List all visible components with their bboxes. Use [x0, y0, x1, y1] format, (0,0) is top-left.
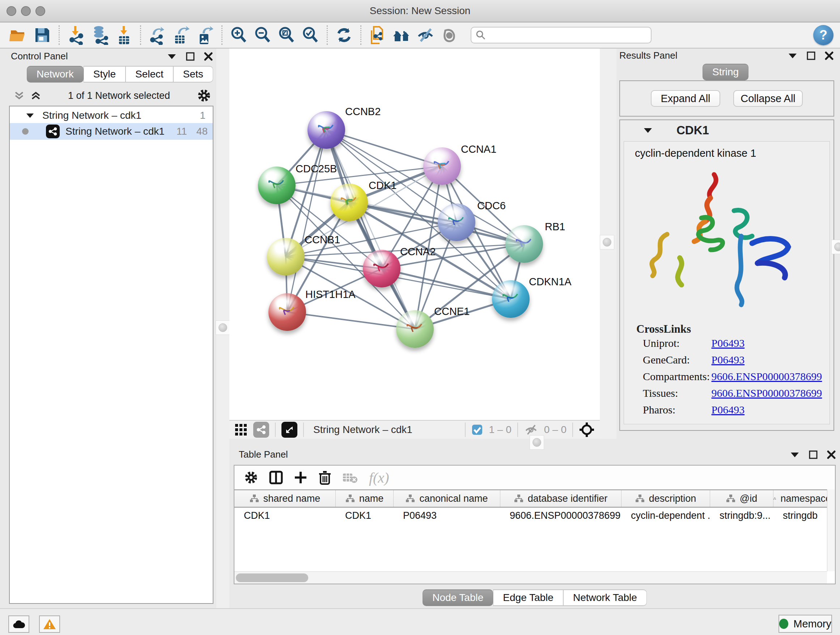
- network-node-rb1[interactable]: [505, 225, 543, 263]
- scrollbar-thumb[interactable]: [236, 573, 308, 582]
- export-table-button[interactable]: [169, 24, 193, 46]
- network-node-ccna2[interactable]: [363, 250, 401, 287]
- panel-float-icon[interactable]: [809, 450, 818, 459]
- birds-eye-view-button[interactable]: [281, 422, 297, 438]
- delete-table-icon[interactable]: [342, 471, 358, 484]
- zoom-selected-button[interactable]: [298, 24, 322, 46]
- panel-close-icon[interactable]: [204, 52, 213, 61]
- open-session-button[interactable]: [6, 24, 30, 46]
- crosslink-link[interactable]: P06493: [712, 337, 745, 349]
- expand-all-icon[interactable]: [30, 90, 41, 101]
- protein-expander-icon[interactable]: [643, 127, 653, 134]
- add-column-icon[interactable]: [294, 470, 308, 485]
- expand-all-button[interactable]: Expand All: [651, 90, 720, 107]
- network-node-cdkn1a[interactable]: [492, 280, 530, 318]
- table-cell[interactable]: stringdb: [774, 510, 827, 521]
- network-node-ccne1[interactable]: [396, 310, 434, 348]
- table-horizontal-scrollbar[interactable]: [234, 571, 827, 584]
- tab-style[interactable]: Style: [84, 66, 126, 82]
- table-cell[interactable]: 9606.ENSP00000378699: [500, 510, 622, 521]
- export-image-button[interactable]: [193, 24, 217, 46]
- tab-edge-table[interactable]: Edge Table: [493, 589, 563, 606]
- search-input[interactable]: [486, 28, 647, 42]
- collapse-all-icon[interactable]: [14, 90, 25, 101]
- hidden-eye-slash-icon[interactable]: [524, 424, 538, 436]
- tab-string-results[interactable]: String: [703, 64, 748, 80]
- network-node-cdc25b[interactable]: [258, 166, 295, 204]
- network-node-ccnb2[interactable]: [308, 111, 345, 149]
- network-node-ccna1[interactable]: [423, 147, 461, 185]
- table-cell[interactable]: CDK1: [234, 510, 336, 521]
- panel-float-icon[interactable]: [186, 52, 195, 61]
- tab-sets[interactable]: Sets: [173, 66, 213, 82]
- import-database-button[interactable]: [88, 24, 112, 46]
- network-node-cdc6[interactable]: [438, 203, 475, 241]
- options-gear-icon[interactable]: [197, 88, 211, 103]
- zoom-fit-button[interactable]: [275, 24, 298, 46]
- network-share-icon[interactable]: [253, 422, 269, 438]
- table-vertical-scrollbar[interactable]: [827, 489, 835, 571]
- panel-menu-icon[interactable]: [167, 53, 177, 60]
- column-header-description[interactable]: description: [622, 490, 710, 507]
- selected-checkbox-icon[interactable]: [471, 424, 483, 435]
- import-table-button[interactable]: [112, 24, 136, 46]
- crosslink-link[interactable]: P06493: [712, 354, 745, 366]
- tab-network-table[interactable]: Network Table: [563, 589, 647, 606]
- column-header-shared-name[interactable]: shared name: [234, 490, 336, 507]
- string-home-button[interactable]: [390, 24, 414, 46]
- column-header-name[interactable]: name: [336, 490, 393, 507]
- table-row[interactable]: CDK1CDK1P064939606.ENSP00000378699cyclin…: [234, 508, 827, 524]
- crosshair-icon[interactable]: [579, 422, 595, 438]
- import-network-button[interactable]: [64, 24, 88, 46]
- zoom-in-button[interactable]: [227, 24, 251, 46]
- tree-expander-icon[interactable]: [26, 112, 34, 119]
- panel-menu-icon[interactable]: [788, 52, 797, 59]
- memory-button[interactable]: Memory: [778, 615, 832, 633]
- table-cell[interactable]: cyclin-dependent ...: [622, 510, 710, 521]
- column-header-namespace[interactable]: namespace: [774, 490, 827, 507]
- left-splitter[interactable]: [216, 49, 229, 608]
- network-collection-row[interactable]: String Network – cdk1 1: [10, 106, 213, 123]
- export-network-button[interactable]: [145, 24, 169, 46]
- grid-view-icon[interactable]: [234, 423, 248, 436]
- zoom-out-button[interactable]: [251, 24, 275, 46]
- help-button[interactable]: ?: [813, 25, 834, 45]
- panel-menu-icon[interactable]: [790, 451, 799, 458]
- right-splitter-handle[interactable]: [600, 235, 614, 249]
- network-canvas[interactable]: CCNB2 CCNA1 CDC25B CDK1 CDC6 RB1 CCNB1 C…: [229, 49, 600, 420]
- results-scroll-handle[interactable]: [831, 240, 840, 254]
- table-settings-gear-icon[interactable]: [244, 470, 258, 485]
- table-cell[interactable]: P06493: [393, 510, 500, 521]
- show-columns-icon[interactable]: [269, 470, 283, 485]
- cloud-status-button[interactable]: [8, 616, 29, 633]
- tab-network[interactable]: Network: [27, 66, 84, 82]
- column-header-canonical-name[interactable]: canonical name: [393, 490, 500, 507]
- function-builder-button[interactable]: f(x): [369, 469, 389, 486]
- clone-network-button[interactable]: [366, 24, 390, 46]
- network-row[interactable]: String Network – cdk1 11 48: [10, 123, 213, 140]
- table-cell[interactable]: CDK1: [336, 510, 393, 521]
- crosslink-link[interactable]: 9606.ENSP00000378699: [712, 387, 822, 399]
- panel-close-icon[interactable]: [825, 51, 834, 60]
- crosslink-link[interactable]: P06493: [712, 404, 745, 416]
- panel-close-icon[interactable]: [827, 450, 836, 459]
- crosslink-link[interactable]: 9606.ENSP00000378699: [712, 371, 822, 382]
- table-cell[interactable]: stringdb:9...: [710, 510, 774, 521]
- right-splitter[interactable]: [600, 49, 616, 439]
- panel-float-icon[interactable]: [807, 51, 815, 60]
- network-node-cdk1[interactable]: [330, 184, 368, 221]
- tab-select[interactable]: Select: [126, 66, 173, 82]
- collapse-all-button[interactable]: Collapse All: [733, 90, 803, 107]
- network-node-ccnb1[interactable]: [267, 238, 305, 276]
- search-field[interactable]: [471, 27, 652, 43]
- delete-column-trash-icon[interactable]: [318, 470, 332, 485]
- show-all-button[interactable]: [437, 24, 461, 46]
- left-splitter-handle[interactable]: [216, 320, 230, 335]
- tab-node-table[interactable]: Node Table: [423, 589, 493, 606]
- hide-unhide-button[interactable]: [414, 24, 437, 46]
- save-session-button[interactable]: [30, 24, 54, 46]
- column-header-database-identifier[interactable]: database identifier: [500, 490, 622, 507]
- network-node-hist1h1a[interactable]: [268, 293, 306, 331]
- warnings-button[interactable]: [39, 616, 60, 633]
- refresh-button[interactable]: [332, 24, 356, 46]
